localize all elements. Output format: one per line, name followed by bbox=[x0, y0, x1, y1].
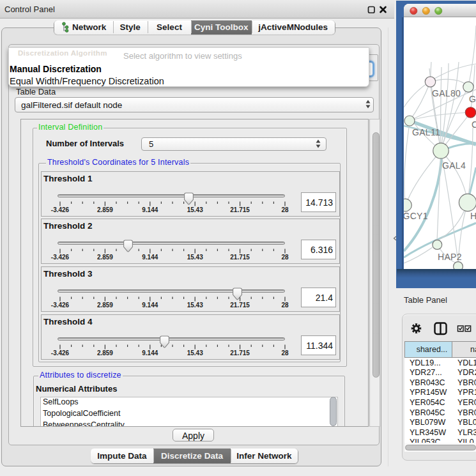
svg-text:GAL11: GAL11 bbox=[412, 127, 440, 137]
svg-text:GA: GA bbox=[469, 94, 476, 104]
svg-text:GAL80: GAL80 bbox=[432, 88, 461, 98]
svg-text:GCY1: GCY1 bbox=[404, 211, 428, 221]
svg-text:GAL4: GAL4 bbox=[442, 160, 466, 171]
svg-text:C: C bbox=[472, 119, 476, 130]
svg-text:H: H bbox=[470, 211, 476, 221]
svg-text:HAP2: HAP2 bbox=[438, 252, 462, 262]
